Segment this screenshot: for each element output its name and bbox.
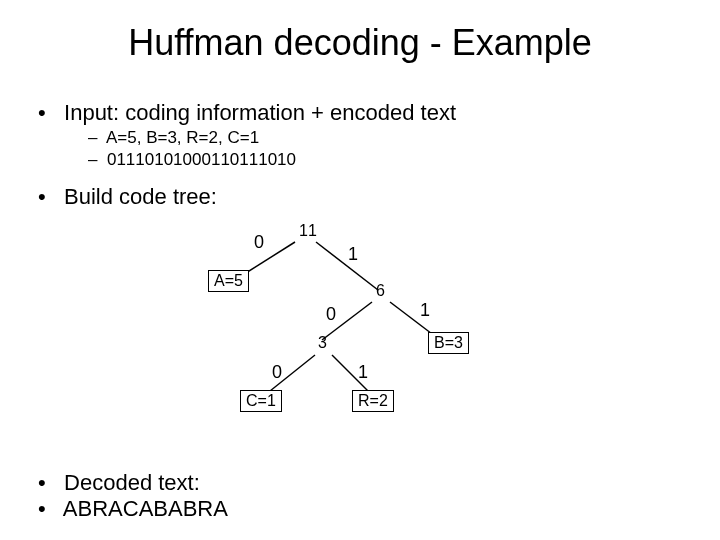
edge-1a: 1	[348, 244, 358, 265]
huffman-tree: 11 6 3 A=5 B=3 C=1 R=2 0 1 0 1 0 1	[0, 0, 720, 540]
svg-line-1	[316, 242, 378, 290]
edge-0b: 0	[326, 304, 336, 325]
leaf-C: C=1	[240, 390, 282, 412]
bullet-decoded: • Decoded text:	[38, 470, 228, 496]
bullet-result: • ABRACABABRA	[38, 496, 228, 522]
bullet-dot: •	[38, 470, 46, 495]
edge-1b: 1	[420, 300, 430, 321]
tree-edges	[0, 0, 720, 540]
node-6: 6	[376, 282, 385, 300]
decoded-text: ABRACABABRA	[63, 496, 228, 521]
node-root: 11	[299, 222, 317, 240]
footer-block: • Decoded text: • ABRACABABRA	[38, 470, 228, 522]
edge-1c: 1	[358, 362, 368, 383]
node-3: 3	[318, 334, 327, 352]
edge-0a: 0	[254, 232, 264, 253]
edge-0c: 0	[272, 362, 282, 383]
decoded-label: Decoded text:	[64, 470, 200, 495]
leaf-A: A=5	[208, 270, 249, 292]
leaf-B: B=3	[428, 332, 469, 354]
leaf-R: R=2	[352, 390, 394, 412]
bullet-dot: •	[38, 496, 46, 521]
